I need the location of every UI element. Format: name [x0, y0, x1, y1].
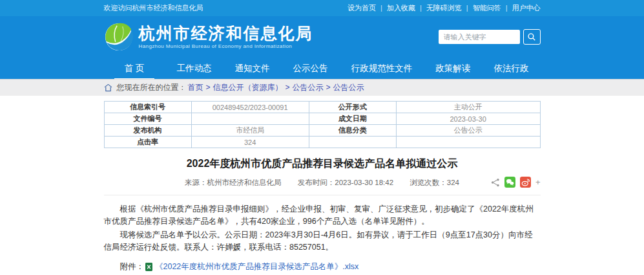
main-nav: 首 页 工作动态 通知文件 公示公告 行政规范性文件 政策解读 依法行政: [0, 58, 644, 79]
table-row: 发布机构 市经信局 信息分类 公告公示: [104, 125, 540, 137]
article-view-count: 浏览次数：324: [410, 179, 459, 186]
info-value-empty: [396, 137, 540, 148]
search-button[interactable]: [523, 29, 541, 45]
info-value-disclosure-form: 主动公开: [396, 102, 540, 113]
nav-item-policy-interpretation[interactable]: 政策解读: [434, 58, 472, 78]
breadcrumb-item-home[interactable]: 首页: [188, 82, 213, 93]
breadcrumb-label: 您现在所在的位置：: [117, 82, 187, 93]
topbar-link-user-center[interactable]: 用户中心: [512, 3, 541, 13]
breadcrumb-item-info-disclosure[interactable]: 信息公开（资源库）: [213, 82, 293, 93]
info-label: 公开形式: [309, 102, 396, 113]
article-source: 来源：杭州市经济和信息化局: [185, 179, 282, 186]
article-paragraph: 根据《杭州市优质产品推荐目录申报细则》，经企业申报、初审、复审、广泛征求意见，初…: [104, 203, 541, 228]
search-box: [439, 29, 541, 45]
table-row: 文件编号 成文日期 2023-03-30: [104, 113, 540, 125]
topbar-link-favorite[interactable]: 加入收藏: [387, 3, 426, 13]
topbar-links: 设为首页 加入收藏 无障碍浏览 智能问答 用户中心: [348, 3, 540, 13]
info-value-publisher: 市经信局: [191, 125, 309, 137]
info-value-category: 公告公示: [396, 125, 540, 137]
table-row: 信息索引号 002489452/2023-00091 公开形式 主动公开: [104, 102, 540, 113]
info-value-clicks: 324: [191, 137, 309, 148]
nav-item-home[interactable]: 首 页: [114, 58, 155, 79]
page-title: 2022年度杭州市优质产品推荐目录候选产品名单拟通过公示: [104, 157, 541, 171]
site-brand: 杭州市经济和信息化局 Hangzhou Municipal Bureau of …: [139, 25, 313, 50]
article-paragraph: 现将候选产品名单予以公示。公示日期：2023年3月30日-4月6日。如有异议，请…: [104, 229, 541, 254]
site-header: 杭州市经济和信息化局 Hangzhou Municipal Bureau of …: [0, 16, 644, 58]
welcome-text: 欢迎访问杭州市经济和信息化局: [104, 3, 203, 13]
home-icon: [104, 83, 112, 92]
article-body: 根据《杭州市优质产品推荐目录申报细则》，经企业申报、初审、复审、广泛征求意见，初…: [104, 203, 541, 254]
topbar: 欢迎访问杭州市经济和信息化局 设为首页 加入收藏 无障碍浏览 智能问答 用户中心: [0, 0, 644, 16]
nav-item-regulatory-docs[interactable]: 行政规范性文件: [350, 58, 414, 78]
attachment-row: 附件： 《2022年度杭州市优质产品推荐目录候选产品名单》.xlsx: [104, 261, 541, 272]
wechat-share-icon[interactable]: [504, 177, 515, 188]
search-input[interactable]: [439, 30, 520, 44]
search-icon: [527, 32, 536, 41]
info-value-date: 2023-03-30: [396, 113, 540, 125]
nav-item-work-news[interactable]: 工作动态: [175, 58, 213, 78]
share-toolbar: +: [491, 177, 541, 188]
info-value-index-number: 002489452/2023-00091: [191, 102, 309, 113]
info-label: [309, 137, 396, 148]
breadcrumb-bar: 您现在所在的位置： 首页 信息公开（资源库） 公告公示 公告公示: [0, 79, 644, 96]
share-more-icon[interactable]: +: [535, 177, 541, 187]
site-logo-icon: [104, 22, 134, 52]
article-meta: 来源：杭州市经济和信息化局 发布时间：2023-03-30 18:42 浏览次数…: [104, 178, 541, 195]
topbar-link-smart-qa[interactable]: 智能问答: [473, 3, 512, 13]
info-value-doc-number: [191, 113, 309, 125]
document-info-table: 信息索引号 002489452/2023-00091 公开形式 主动公开 文件编…: [104, 101, 541, 148]
attachment-link[interactable]: 《2022年度杭州市优质产品推荐目录候选产品名单》.xlsx: [155, 261, 358, 272]
site-title: 杭州市经济和信息化局: [139, 25, 313, 43]
info-label: 成文日期: [309, 113, 396, 125]
nav-item-notices[interactable]: 通知文件: [234, 58, 271, 78]
content-area: 信息索引号 002489452/2023-00091 公开形式 主动公开 文件编…: [104, 96, 541, 275]
topbar-link-accessibility[interactable]: 无障碍浏览: [426, 3, 473, 13]
nav-item-announcements[interactable]: 公示公告: [292, 58, 329, 78]
info-label: 点击率: [104, 137, 191, 148]
breadcrumb-item-announcements[interactable]: 公告公示: [293, 82, 333, 93]
info-label: 信息分类: [309, 125, 396, 137]
info-label: 文件编号: [104, 113, 191, 125]
excel-file-icon: [145, 263, 152, 271]
site-title-english: Hangzhou Municipal Bureau of Economy and…: [139, 43, 313, 49]
attachment-label: 附件：: [120, 261, 145, 272]
weibo-share-icon[interactable]: [520, 177, 531, 188]
share-icon[interactable]: [491, 178, 500, 187]
article-publish-time: 发布时间：2023-03-30 18:42: [298, 179, 393, 186]
breadcrumb-item-announcements-2[interactable]: 公告公示: [333, 82, 364, 93]
info-label: 信息索引号: [104, 102, 191, 113]
table-row: 点击率 324: [104, 137, 540, 148]
topbar-link-set-home[interactable]: 设为首页: [348, 3, 387, 13]
nav-item-lawful-admin[interactable]: 依法行政: [492, 58, 530, 78]
info-label: 发布机构: [104, 125, 191, 137]
